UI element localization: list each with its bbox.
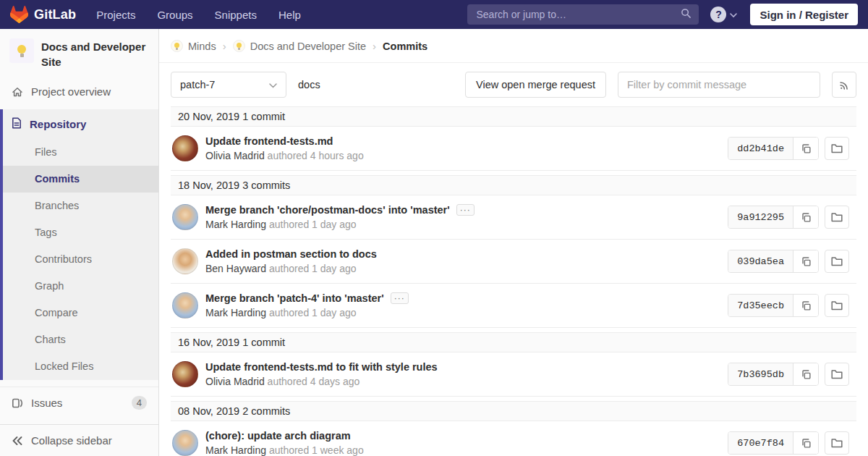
copy-sha-button[interactable] <box>793 250 818 272</box>
nav-link-snippets[interactable]: Snippets <box>215 9 257 21</box>
commit-author-link[interactable]: Olivia Madrid <box>205 150 265 161</box>
lightbulb-icon <box>236 43 242 50</box>
commit-sha-link[interactable]: 9a912295 <box>728 206 793 228</box>
commit-expander-button[interactable]: ··· <box>391 292 409 304</box>
commit-title-line: Update frontend-tests.md to fit with sty… <box>205 361 438 373</box>
browse-files-button[interactable] <box>825 363 849 386</box>
commit-author-avatar <box>172 135 198 161</box>
sidebar-item-locked-files[interactable]: Locked Files <box>3 353 158 380</box>
nav-link-groups[interactable]: Groups <box>157 9 192 21</box>
sidebar-item-project-overview[interactable]: Project overview <box>0 77 158 106</box>
search-input[interactable] <box>475 8 681 21</box>
sidebar-item-repository[interactable]: Repository <box>3 109 158 139</box>
commit-author-link[interactable]: Mark Harding <box>205 307 266 318</box>
sidebar-item-contributors[interactable]: Contributors <box>3 246 158 273</box>
commit-meta: Mark Harding authored 1 week ago <box>205 444 364 456</box>
branch-selector-dropdown[interactable]: patch-7 <box>171 72 286 98</box>
browse-files-button[interactable] <box>825 250 849 273</box>
breadcrumb-group[interactable]: Minds <box>171 40 216 52</box>
breadcrumb-current-page: Commits <box>383 41 427 52</box>
commit-author-avatar <box>172 361 198 387</box>
sidebar-item-issues[interactable]: Issues 4 <box>0 387 158 418</box>
commit-title-line: Update frontend-tests.md <box>205 135 364 147</box>
commit-author-link[interactable]: Mark Harding <box>205 444 266 456</box>
nav-link-help[interactable]: Help <box>278 9 301 21</box>
commit-list: 20 Nov, 2019 1 commit Update frontend-te… <box>159 106 868 456</box>
project-title: Docs and Developer Site <box>41 38 148 69</box>
commit-authored-time: authored 4 days ago <box>268 376 360 387</box>
copy-sha-button[interactable] <box>793 432 818 454</box>
breadcrumb-project-label: Docs and Developer Site <box>250 41 366 52</box>
project-avatar-small <box>233 40 245 52</box>
browse-files-button[interactable] <box>825 206 849 229</box>
commit-info: Merge branch 'patch-4' into 'master' ···… <box>205 292 409 318</box>
copy-sha-button[interactable] <box>793 206 818 228</box>
commit-sha-link[interactable]: 7d35eecb <box>728 295 793 316</box>
sidebar-item-commits[interactable]: Commits <box>3 166 158 193</box>
browse-files-button[interactable] <box>825 431 849 455</box>
copy-sha-button[interactable] <box>793 363 818 385</box>
commit-date-header: 08 Nov, 2019 2 commits <box>171 401 856 421</box>
commit-info: Added in postman section to docs Ben Hay… <box>205 248 377 274</box>
repository-subitems: FilesCommitsBranchesTagsContributorsGrap… <box>3 139 158 380</box>
commit-title-link[interactable]: Added in postman section to docs <box>205 248 377 260</box>
commit-title-line: (chore): update arch diagram <box>205 430 364 442</box>
commit-sha-link[interactable]: 670e7f84 <box>728 432 793 454</box>
commit-authored-time: authored 1 week ago <box>269 444 364 456</box>
commit-title-line: Merge branch 'patch-4' into 'master' ··· <box>205 292 409 304</box>
breadcrumb: Minds › Docs and Developer Site › Commit… <box>159 29 868 63</box>
project-avatar <box>9 38 34 63</box>
nav-link-projects[interactable]: Projects <box>96 9 135 21</box>
commit-title-link[interactable]: Update frontend-tests.md to fit with sty… <box>205 361 438 373</box>
path-label: docs <box>298 79 320 90</box>
breadcrumb-group-label: Minds <box>188 41 216 52</box>
project-context-header[interactable]: Docs and Developer Site <box>0 29 158 77</box>
collapse-sidebar-label: Collapse sidebar <box>31 434 112 447</box>
filter-commit-message-input[interactable] <box>618 72 820 98</box>
global-search[interactable] <box>467 4 699 25</box>
commit-sha-group: 7b3695db <box>728 363 819 386</box>
commit-actions: 670e7f84 <box>728 431 849 455</box>
branch-selected-label: patch-7 <box>180 79 215 90</box>
commit-expander-button[interactable]: ··· <box>456 204 475 216</box>
sidebar-item-charts[interactable]: Charts <box>3 326 158 353</box>
browse-files-button[interactable] <box>825 137 849 160</box>
commit-sha-link[interactable]: 7b3695db <box>728 363 793 385</box>
commit-meta: Ben Hayward authored 1 day ago <box>205 263 377 274</box>
commit-authored-time: authored 1 day ago <box>269 307 357 318</box>
breadcrumb-separator: › <box>373 40 376 52</box>
copy-sha-button[interactable] <box>793 138 818 159</box>
commit-author-link[interactable]: Ben Hayward <box>205 263 266 274</box>
collapse-sidebar-button[interactable]: Collapse sidebar <box>0 424 158 456</box>
commit-actions: 9a912295 <box>728 206 849 229</box>
commit-author-link[interactable]: Mark Harding <box>205 219 266 230</box>
commit-meta: Olivia Madrid authored 4 days ago <box>205 376 438 387</box>
commit-row: Update frontend-tests.md Olivia Madrid a… <box>171 127 856 171</box>
breadcrumb-project[interactable]: Docs and Developer Site <box>233 40 366 52</box>
browse-files-button[interactable] <box>825 294 849 317</box>
commit-title-link[interactable]: Merge branch 'patch-4' into 'master' <box>205 292 384 304</box>
gitlab-wordmark: GitLab <box>34 7 76 22</box>
commit-author-link[interactable]: Olivia Madrid <box>205 376 265 387</box>
sidebar-item-branches[interactable]: Branches <box>3 193 158 219</box>
commit-title-link[interactable]: Update frontend-tests.md <box>205 135 333 147</box>
gitlab-logo[interactable]: GitLab <box>10 6 76 23</box>
view-open-merge-request-button[interactable]: View open merge request <box>465 72 606 98</box>
commit-meta: Mark Harding authored 1 day ago <box>205 307 409 318</box>
sidebar-item-graph[interactable]: Graph <box>3 273 158 300</box>
sign-in-register-button[interactable]: Sign in / Register <box>750 4 858 25</box>
sidebar-item-tags[interactable]: Tags <box>3 219 158 246</box>
help-menu[interactable]: ? <box>710 7 737 22</box>
commit-title-link[interactable]: (chore): update arch diagram <box>205 430 351 442</box>
commit-sha-link[interactable]: dd2b41de <box>728 138 793 159</box>
commit-sha-link[interactable]: 039da5ea <box>728 250 793 272</box>
sidebar-item-files[interactable]: Files <box>3 139 158 166</box>
commit-title-link[interactable]: Merge branch 'chore/postman-docs' into '… <box>205 204 450 216</box>
commit-row: Update frontend-tests.md to fit with sty… <box>171 352 856 397</box>
copy-sha-button[interactable] <box>793 295 818 316</box>
commit-info: Update frontend-tests.md Olivia Madrid a… <box>205 135 364 161</box>
commit-row: (chore): update arch diagram Mark Hardin… <box>171 421 856 456</box>
rss-feed-button[interactable] <box>832 72 856 98</box>
sidebar-item-compare[interactable]: Compare <box>3 300 158 326</box>
document-icon <box>12 117 22 131</box>
